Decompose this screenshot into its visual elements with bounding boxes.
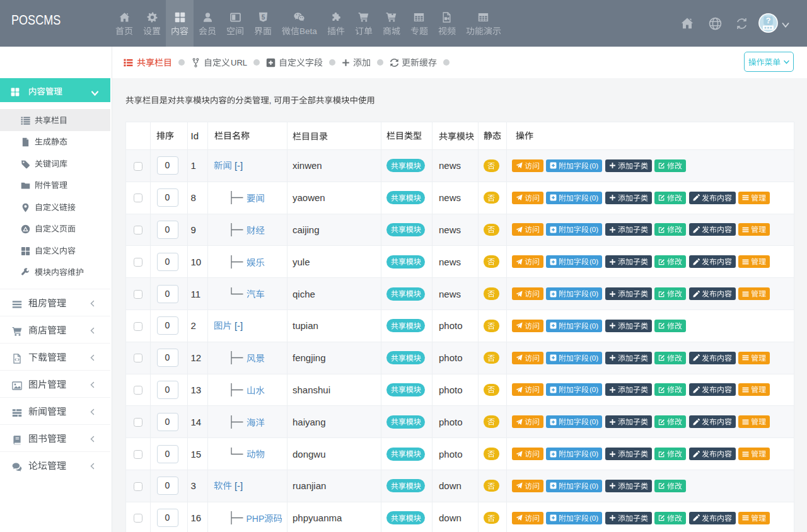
svg-text:5: 5 xyxy=(261,13,265,20)
svg-text:?: ? xyxy=(766,16,771,25)
